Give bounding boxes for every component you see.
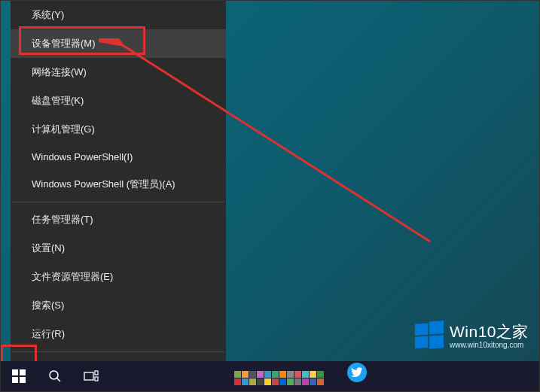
menu-item-powershell[interactable]: Windows PowerShell(I) <box>11 144 226 170</box>
search-icon <box>48 369 62 383</box>
menu-item-disk-management[interactable]: 磁盘管理(K) <box>11 87 226 115</box>
menu-label: 网络连接(W) <box>32 65 87 79</box>
watermark-url: www.win10xitong.com <box>450 342 523 350</box>
menu-label: Windows PowerShell(I) <box>32 151 133 163</box>
svg-rect-6 <box>12 369 18 375</box>
svg-line-11 <box>57 378 61 382</box>
menu-item-powershell-admin[interactable]: Windows PowerShell (管理员)(A) <box>11 170 226 199</box>
svg-rect-13 <box>95 371 98 375</box>
svg-rect-12 <box>84 372 93 380</box>
menu-item-search[interactable]: 搜索(S) <box>11 291 226 320</box>
svg-rect-7 <box>20 369 26 375</box>
menu-item-computer-management[interactable]: 计算机管理(G) <box>11 115 226 144</box>
watermark: Win10之家 www.win10xitong.com <box>413 321 529 352</box>
menu-label: 文件资源管理器(E) <box>32 270 113 284</box>
windows-start-icon <box>12 369 26 383</box>
menu-separator <box>12 202 224 202</box>
menu-label: 搜索(S) <box>32 299 64 312</box>
svg-rect-9 <box>20 377 26 383</box>
menu-label: 任务管理器(T) <box>32 213 93 226</box>
svg-rect-4 <box>415 336 428 348</box>
start-button[interactable] <box>1 361 37 391</box>
task-view-icon <box>84 370 99 382</box>
search-button[interactable] <box>37 361 73 391</box>
svg-rect-3 <box>429 321 444 335</box>
svg-rect-2 <box>415 323 428 335</box>
menu-item-system[interactable]: 系统(Y) <box>11 1 226 29</box>
menu-separator <box>12 351 224 352</box>
taskbar-app-icons-blurred <box>234 371 324 385</box>
menu-item-settings[interactable]: 设置(N) <box>11 234 226 263</box>
menu-label: 运行(R) <box>32 327 65 341</box>
menu-label: 设置(N) <box>32 242 65 255</box>
windows-logo-icon <box>413 321 445 352</box>
menu-label: 设备管理器(M) <box>32 37 96 50</box>
watermark-title: Win10之家 <box>450 324 529 340</box>
svg-rect-5 <box>429 335 444 349</box>
menu-label: Windows PowerShell (管理员)(A) <box>32 178 175 191</box>
menu-label: 系统(Y) <box>32 8 64 22</box>
menu-item-file-explorer[interactable]: 文件资源管理器(E) <box>11 263 226 291</box>
menu-item-run[interactable]: 运行(R) <box>11 320 226 348</box>
menu-item-device-manager[interactable]: 设备管理器(M) <box>11 29 226 58</box>
menu-item-network-connections[interactable]: 网络连接(W) <box>11 58 226 87</box>
svg-rect-8 <box>12 377 18 383</box>
twitter-icon <box>347 363 367 382</box>
task-view-button[interactable] <box>73 361 109 391</box>
svg-point-10 <box>50 371 58 379</box>
winx-context-menu: 系统(Y) 设备管理器(M) 网络连接(W) 磁盘管理(K) 计算机管理(G) … <box>11 1 226 392</box>
menu-item-task-manager[interactable]: 任务管理器(T) <box>11 205 226 234</box>
menu-label: 磁盘管理(K) <box>32 94 84 108</box>
svg-rect-14 <box>95 377 98 381</box>
menu-label: 计算机管理(G) <box>32 123 95 136</box>
